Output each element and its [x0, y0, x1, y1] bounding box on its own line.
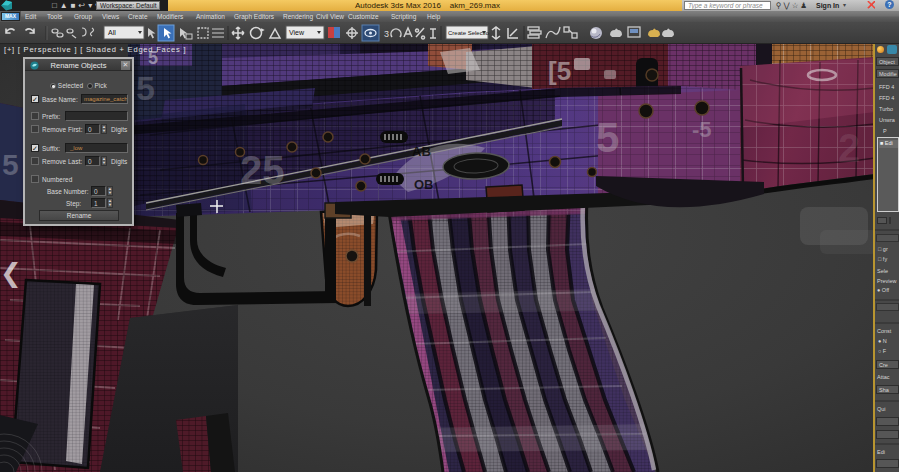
svg-text:3: 3	[384, 29, 389, 39]
svg-text:5: 5	[2, 148, 19, 181]
svg-text:[+] [ Perspective ] [ Shaded +: [+] [ Perspective ] [ Shaded + Edged Fac…	[4, 45, 186, 54]
svg-text:❮: ❮	[0, 258, 22, 289]
svg-text:View: View	[289, 29, 305, 36]
svg-text:All: All	[108, 29, 116, 36]
